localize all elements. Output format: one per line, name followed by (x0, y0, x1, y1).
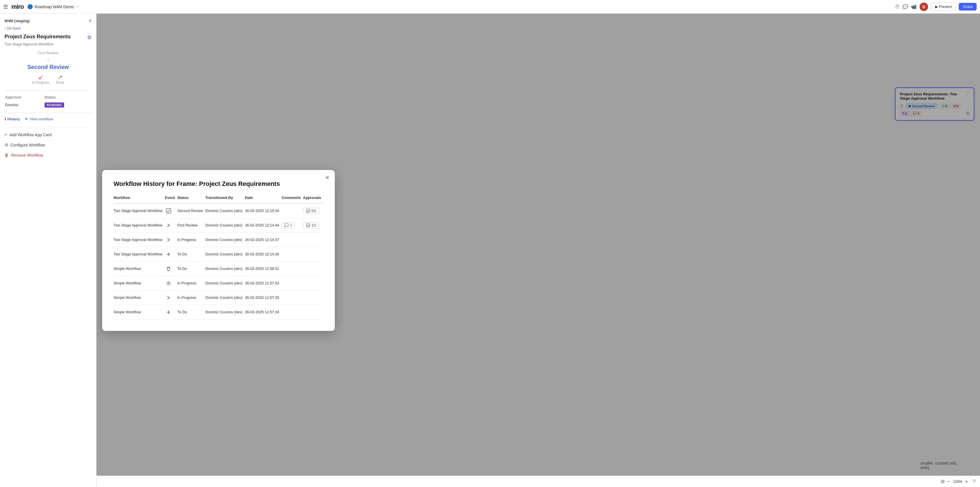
topbar-right: ⏱ 💬 📹 D ▶ Present Share (895, 3, 977, 11)
approver-col-header: Approver (5, 95, 44, 101)
settings-icon[interactable]: ⚙ (87, 34, 92, 41)
checkbox-icon (165, 207, 172, 215)
arrow-icon (165, 236, 172, 244)
menu-icon[interactable]: ☰ (3, 4, 8, 10)
help-icon[interactable]: ? (973, 479, 975, 484)
approver-table: Approver Status Dominic PENDING (5, 94, 92, 109)
status-cell: To Do (177, 261, 205, 276)
event-icon-cell (165, 232, 177, 247)
approvals-cell (303, 232, 323, 247)
miro-logo: miro (11, 3, 24, 11)
timer-icon: ⏱ (895, 4, 900, 10)
workflow-name: Two Stage Approval Workflow (113, 247, 165, 261)
event-icon-cell (165, 305, 177, 319)
add-workflow-card-button[interactable]: + Add Workflow App Card (5, 131, 92, 138)
status-col-header: Status (45, 95, 91, 101)
go-back-link[interactable]: ‹ Go back (5, 26, 92, 30)
event-icon-cell (165, 247, 177, 261)
comment-badge: 1 (282, 222, 295, 228)
status-cell: Second Review (177, 204, 205, 218)
plus-icon: + (5, 132, 7, 137)
svg-rect-4 (306, 224, 310, 227)
workflow-name: Two Stage Approval Workflow (113, 232, 165, 247)
col-status: Status (177, 196, 205, 204)
zoom-out-button[interactable]: − (947, 479, 950, 484)
video-icon: 📹 (911, 4, 917, 10)
approvals-cell (303, 305, 323, 319)
approval-badge: 1/1 (303, 222, 320, 228)
approver-name: Dominic (5, 102, 44, 108)
transitioned-by-cell: Dominic Cousins (dev) (205, 247, 245, 261)
zoom-level: 116% (953, 479, 963, 484)
comments-cell (282, 305, 303, 319)
col-workflow: Workflow (113, 196, 165, 204)
gear-icon: ⚙ (5, 142, 8, 148)
stage-first-review: First Review (38, 51, 59, 55)
history-button[interactable]: ℹ History (5, 117, 20, 121)
approvals-cell (303, 276, 323, 290)
board-menu-icon[interactable]: ⋯ (75, 5, 80, 9)
remove-workflow-button[interactable]: 🗑 Remove Workflow (5, 151, 92, 159)
table-row: Two Stage Approval WorkflowIn ProgressDo… (113, 232, 323, 247)
status-cell: In Progress (177, 276, 205, 290)
share-button[interactable]: Share (959, 3, 977, 11)
table-row: Simple WorkflowTo DoDominic Cousins (dev… (113, 305, 323, 319)
status-cell: In Progress (177, 232, 205, 247)
approval-badge: 0/1 (303, 208, 320, 214)
workflow-name: Two Stage Approval Workflow (113, 218, 165, 232)
approvals-cell (303, 261, 323, 276)
date-cell: 26-02-2025 12:14:44 (245, 218, 282, 232)
transitioned-by-cell: Dominic Cousins (dev) (205, 276, 245, 290)
date-cell: 26-02-2025 12:15:34 (245, 204, 282, 218)
go-back-arrow-icon: ‹ (5, 26, 6, 30)
table-row: Two Stage Approval WorkflowTo DoDominic … (113, 247, 323, 261)
user-avatar[interactable]: D (920, 3, 928, 11)
comments-icon: 💬 (902, 4, 908, 10)
sidebar-close-button[interactable]: × (89, 18, 92, 23)
workflow-diagram: First Review ↓ Second Review ↙ In Progre… (5, 51, 92, 84)
date-cell: 26-02-2025 11:58:01 (245, 261, 282, 276)
event-icon-cell (165, 290, 177, 305)
workflow-name: Simple Workflow (113, 276, 165, 290)
modal-title: Workflow History for Frame: Project Zeus… (113, 180, 323, 188)
view-workflow-button[interactable]: 👁 View workflow (25, 117, 53, 121)
transitioned-by-cell: Dominic Cousins (dev) (205, 204, 245, 218)
comments-cell: 1 (282, 218, 303, 232)
comments-cell (282, 276, 303, 290)
comments-cell (282, 247, 303, 261)
board-name: 🔵 Roadmap W4M Demo ⋯ (27, 4, 80, 10)
workflow-name: Two Stage Approval Workflow (113, 204, 165, 218)
approvals-cell: 1/1 (303, 218, 323, 232)
date-cell: 26-02-2025 12:14:37 (245, 232, 282, 247)
approver-row: Dominic PENDING (5, 102, 91, 108)
status-cell: To Do (177, 247, 205, 261)
transitioned-by-cell: Dominic Cousins (dev) (205, 290, 245, 305)
topbar: ☰ miro 🔵 Roadmap W4M Demo ⋯ ⏱ 💬 📹 D ▶ Pr… (0, 0, 980, 14)
arrow-icon (165, 294, 172, 301)
plus-icon (165, 309, 172, 316)
transitioned-by-cell: Dominic Cousins (dev) (205, 218, 245, 232)
approvals-cell: 0/1 (303, 204, 323, 218)
fit-icon[interactable]: ⊞ (941, 479, 945, 484)
transitioned-by-cell: Dominic Cousins (dev) (205, 261, 245, 276)
sidebar-actions: ℹ History 👁 View workflow (5, 117, 92, 121)
svg-rect-1 (306, 209, 310, 213)
col-event: Event (165, 196, 177, 204)
zoom-in-button[interactable]: + (965, 479, 968, 484)
approvals-cell (303, 247, 323, 261)
col-transitioned-by: Transitioned By (205, 196, 245, 204)
col-comments: Comments (282, 196, 303, 204)
table-row: Simple WorkflowIn ProgressDominic Cousin… (113, 290, 323, 305)
project-subtitle: Two Stage Approval Workflow (5, 42, 92, 46)
table-row: Simple WorkflowTo DoDominic Cousins (dev… (113, 261, 323, 276)
comments-cell (282, 290, 303, 305)
svg-point-7 (168, 282, 169, 284)
modal-close-button[interactable]: × (325, 175, 329, 181)
trash-icon: 🗑 (5, 153, 9, 158)
history-modal: × Workflow History for Frame: Project Ze… (102, 170, 335, 331)
present-button[interactable]: ▶ Present (931, 3, 956, 11)
configure-workflow-button[interactable]: ⚙ Configure Workflow (5, 141, 92, 149)
table-row: Simple WorkflowIn ProgressDominic Cousin… (113, 276, 323, 290)
transitioned-by-cell: Dominic Cousins (dev) (205, 232, 245, 247)
col-date: Date (245, 196, 282, 204)
